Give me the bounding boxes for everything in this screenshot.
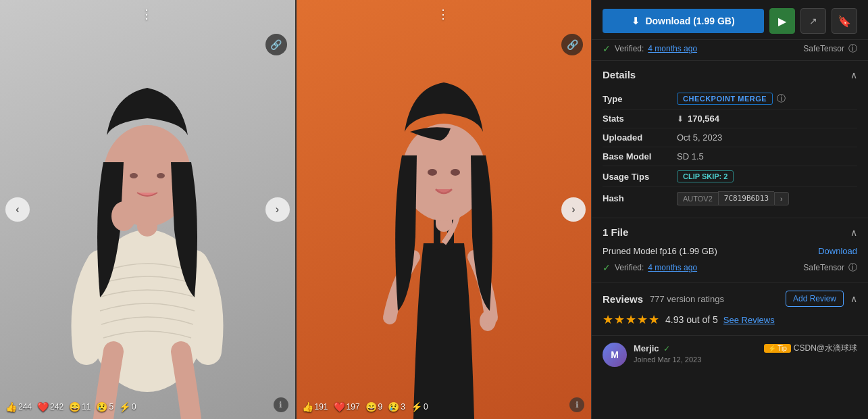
reaction-heart-right: ❤️ 197 [334,401,360,412]
reaction-bolt-right: ⚡ 0 [411,401,428,412]
info-button-right[interactable]: ℹ [569,397,584,412]
files-header: 1 File ∧ [603,226,857,238]
detail-row-uploaded: Uploaded Oct 5, 2023 [603,128,857,147]
link-button-left[interactable]: 🔗 [265,34,287,55]
tip-badge: ⚡ Tip [764,344,791,353]
reaction-laugh-right: 😄 9 [365,401,383,412]
bookmark-icon: 🔖 [838,15,851,28]
three-dot-menu-right[interactable]: ⋮ [437,7,451,22]
info-button-left[interactable]: ℹ [274,397,288,412]
tip-text: CSDN@水滴球球 [794,343,857,354]
nav-arrow-left[interactable]: ‹ [5,197,30,222]
star-rating: ★★★★★ [603,312,660,327]
file-safe-tensor-info-icon[interactable]: ⓘ [848,262,857,274]
comment-date: Joined Mar 12, 2023 [634,355,857,364]
reaction-heart-left: ❤️ 242 [37,401,63,412]
svg-point-3 [130,173,138,178]
file-verified-link[interactable]: 4 months ago [648,263,697,272]
nav-arrow-right-left-panel[interactable]: › [265,197,290,222]
detail-row-hash: Hash AUTOV2 7C819B6D13 › [603,187,857,210]
left-image-bg [0,0,295,419]
files-section: 1 File ∧ Pruned Model fp16 (1.99 GB) Dow… [592,218,868,282]
add-review-button[interactable]: Add Review [786,291,844,307]
link-icon-right: 🔗 [567,39,578,50]
nav-arrow-right[interactable]: › [561,197,586,222]
user-verified-badge: ✓ [663,344,670,353]
avatar: M [603,343,627,367]
file-item: Pruned Model fp16 (1.99 GB) Download ✓ V… [603,246,857,274]
reviews-title: Reviews [603,293,643,305]
details-header: Details ∧ [603,69,857,80]
reviews-header: Reviews 777 version ratings Add Review ∧ [603,291,857,307]
play-icon: ▶ [778,15,786,28]
reviews-chevron[interactable]: ∧ [850,293,857,304]
hash-box: AUTOV2 7C819B6D13 › [677,191,789,205]
reviews-count: 777 version ratings [650,294,724,304]
reactions-right: 👍 191 ❤️ 197 😄 9 😢 3 ⚡ 0 [302,401,428,412]
see-reviews-link[interactable]: See Reviews [723,315,775,325]
link-icon-left: 🔗 [270,39,282,50]
svg-point-5 [111,201,136,231]
safe-tensor-label: SafeTensor [803,44,844,53]
reaction-bolt-left: ⚡ 0 [119,401,136,412]
safe-tensor-info-icon[interactable]: ⓘ [848,43,857,55]
hash-value: 7C819B6D13 [718,191,774,205]
details-section: Details ∧ Type CHECKPOINT MERGE ⓘ Stats … [592,61,868,218]
sidebar: ⬇ Download (1.99 GB) ▶ ↗ 🔖 ✓ Verified: 4… [591,0,868,419]
reaction-thumbsup-right: 👍 191 [302,401,328,412]
verified-row: ✓ Verified: 4 months ago SafeTensor ⓘ [592,40,868,61]
reaction-laugh-left: 😄 11 [69,401,91,412]
reactions-left: 👍 244 ❤️ 242 😄 11 😢 5 ⚡ 0 [5,401,136,412]
portrait-left [46,27,249,419]
rating-text: 4.93 out of 5 [665,314,718,325]
details-title: Details [603,69,636,80]
detail-row-base-model: Base Model SD 1.5 [603,147,857,166]
usage-tips-badge: CLIP SKIP: 2 [677,170,734,182]
image-panel-right: ⋮ 🔗 › 👍 191 ❤️ 197 😄 9 😢 [297,0,592,419]
verified-icon: ✓ [603,43,611,54]
comment-username: Merjic [634,343,659,353]
file-verified-row: ✓ Verified: 4 months ago SafeTensor ⓘ [603,259,857,274]
comment-section: M Merjic ✓ ⚡ Tip CSDN@水滴球球 Joined Mar 12… [592,336,868,374]
svg-point-12 [428,169,437,176]
reaction-sad-left: 😢 5 [96,401,113,412]
type-info-icon[interactable]: ⓘ [777,93,786,105]
hash-copy-button[interactable]: › [774,192,789,205]
detail-row-usage-tips: Usage Tips CLIP SKIP: 2 [603,166,857,187]
play-button[interactable]: ▶ [769,8,795,34]
bookmark-button[interactable]: 🔖 [832,8,857,34]
detail-row-type: Type CHECKPOINT MERGE ⓘ [603,89,857,109]
reviews-section: Reviews 777 version ratings Add Review ∧… [592,282,868,336]
files-chevron[interactable]: ∧ [850,227,857,238]
files-title: 1 File [603,226,628,238]
base-model-value: SD 1.5 [677,151,704,162]
link-button-right[interactable]: 🔗 [561,34,583,55]
share-icon: ↗ [809,16,817,26]
svg-point-4 [157,173,165,178]
verified-link[interactable]: 4 months ago [648,44,697,53]
file-row: Pruned Model fp16 (1.99 GB) Download [603,246,857,256]
hash-prefix: AUTOV2 [677,192,718,205]
download-icon: ⬇ [632,16,640,26]
three-dot-menu-left[interactable]: ⋮ [141,7,154,22]
detail-row-stats: Stats ⬇ 170,564 [603,109,857,128]
file-verified-icon: ✓ [603,262,611,273]
reaction-thumbsup-left: 👍 244 [5,401,32,412]
stats-download-icon: ⬇ [677,114,684,124]
stats-value: 170,564 [688,114,719,124]
comment-body: Merjic ✓ ⚡ Tip CSDN@水滴球球 Joined Mar 12, … [634,343,857,364]
portrait-right [342,27,545,419]
file-download-link[interactable]: Download [818,246,857,256]
details-chevron[interactable]: ∧ [850,70,857,80]
right-image-bg [297,0,592,419]
file-name: Pruned Model fp16 (1.99 GB) [603,246,717,256]
share-button[interactable]: ↗ [800,8,826,34]
svg-point-8 [480,311,496,331]
type-badge: CHECKPOINT MERGE [677,93,773,105]
download-button[interactable]: ⬇ Download (1.99 GB) [603,9,764,33]
file-safe-tensor-label: SafeTensor [803,263,844,272]
svg-point-13 [451,169,460,176]
stars-row: ★★★★★ 4.93 out of 5 See Reviews [603,312,857,327]
uploaded-value: Oct 5, 2023 [677,132,722,143]
download-section: ⬇ Download (1.99 GB) ▶ ↗ 🔖 [592,0,868,40]
